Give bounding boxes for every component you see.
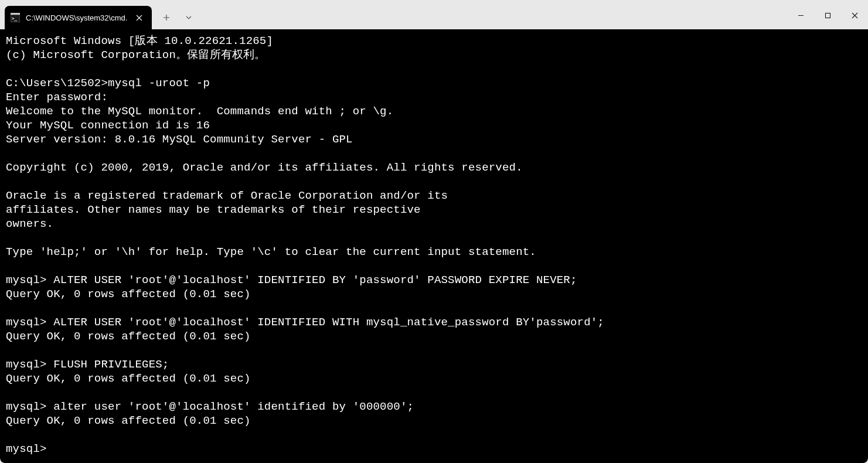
new-tab-button[interactable] — [156, 8, 176, 28]
tab-actions — [156, 6, 199, 29]
maximize-button[interactable] — [814, 6, 841, 25]
cmd-icon: >_ — [11, 13, 20, 22]
minimize-button[interactable] — [787, 6, 814, 25]
titlebar[interactable]: >_ C:\WINDOWS\system32\cmd. — [0, 0, 868, 29]
tab-title: C:\WINDOWS\system32\cmd. — [26, 13, 127, 22]
svg-rect-1 — [11, 13, 20, 15]
tab-dropdown-button[interactable] — [179, 8, 199, 28]
terminal-window: >_ C:\WINDOWS\system32\cmd. — [0, 0, 868, 463]
window-close-button[interactable] — [841, 6, 868, 25]
window-controls — [787, 6, 868, 29]
svg-rect-3 — [825, 13, 830, 18]
terminal-output[interactable]: Microsoft Windows [版本 10.0.22621.1265] (… — [0, 29, 868, 463]
svg-text:>_: >_ — [12, 16, 18, 21]
tab-close-button[interactable] — [133, 12, 145, 23]
active-tab[interactable]: >_ C:\WINDOWS\system32\cmd. — [5, 6, 152, 29]
